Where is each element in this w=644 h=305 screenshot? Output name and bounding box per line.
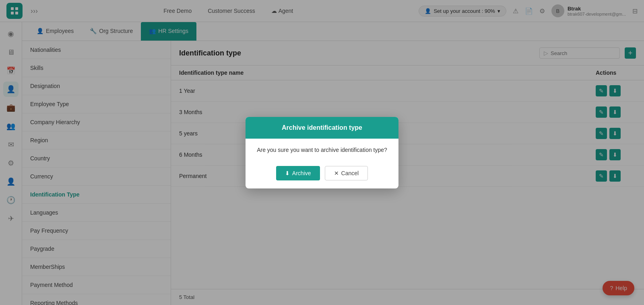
archive-modal: Archive identification type Are you sure… — [246, 117, 398, 188]
modal-cancel-button[interactable]: ✕ Cancel — [325, 166, 368, 180]
modal-overlay[interactable]: Archive identification type Are you sure… — [0, 0, 644, 305]
modal-header: Archive identification type — [246, 117, 398, 139]
modal-archive-button[interactable]: ⬇ Archive — [276, 166, 320, 180]
archive-icon: ⬇ — [285, 170, 290, 176]
modal-footer: ⬇ Archive ✕ Cancel — [246, 161, 398, 188]
modal-body: Are you sure you want to archive identif… — [246, 139, 398, 161]
modal-title: Archive identification type — [282, 124, 362, 131]
cancel-icon: ✕ — [334, 170, 339, 176]
modal-message: Are you sure you want to archive identif… — [257, 147, 387, 153]
